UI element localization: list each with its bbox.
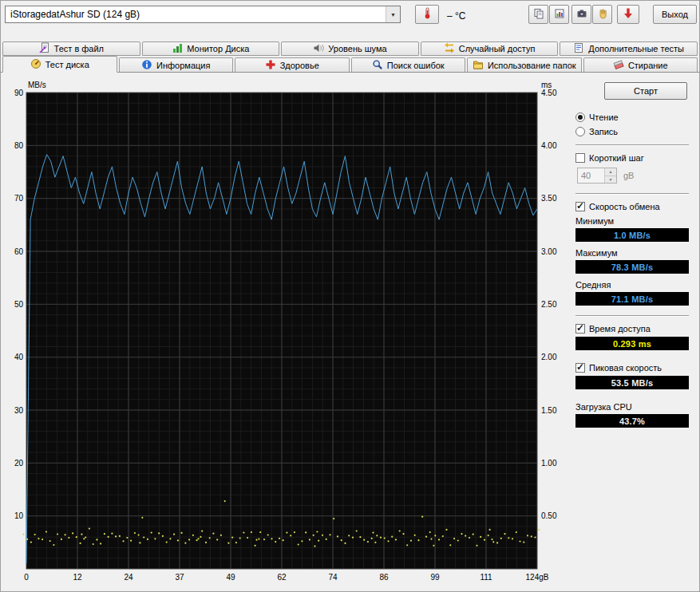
error-scan-icon bbox=[372, 59, 383, 72]
chevron-down-icon[interactable]: ▼ bbox=[386, 6, 400, 22]
options-button[interactable] bbox=[592, 5, 612, 24]
svg-text:49: 49 bbox=[226, 573, 235, 582]
svg-text:3.00: 3.00 bbox=[541, 247, 557, 256]
tab-file-benchmark[interactable]: Тест в файл bbox=[2, 41, 140, 56]
min-value: 1.0 MB/s bbox=[575, 228, 689, 242]
burst-rate-value: 53.5 MB/s bbox=[575, 376, 689, 389]
random-access-icon bbox=[444, 42, 455, 55]
exit-button[interactable]: Выход bbox=[653, 5, 697, 24]
short-stroke-unit: gB bbox=[623, 171, 634, 180]
tab-label: Здоровье bbox=[280, 61, 319, 70]
copy-image-button[interactable] bbox=[549, 5, 569, 24]
info-icon bbox=[141, 59, 152, 72]
tab-erase[interactable]: Стирание bbox=[583, 57, 698, 72]
svg-text:4.50: 4.50 bbox=[541, 89, 557, 97]
copy-text-icon bbox=[533, 8, 544, 22]
separator bbox=[575, 144, 689, 146]
tab-disk-monitor[interactable]: Монитор Диска bbox=[142, 41, 280, 56]
tab-label: Стирание bbox=[628, 61, 668, 70]
max-value: 78.3 MB/s bbox=[575, 260, 689, 274]
read-radio[interactable] bbox=[575, 112, 585, 122]
svg-text:70: 70 bbox=[14, 194, 24, 203]
burst-rate-checkbox[interactable] bbox=[575, 363, 585, 373]
folder-usage-icon bbox=[473, 59, 484, 72]
short-stroke-label: Короткий шаг bbox=[589, 153, 644, 163]
start-button[interactable]: Старт bbox=[604, 82, 687, 100]
benchmark-chart: MB/sms9080706050403020104.504.003.503.00… bbox=[1, 77, 561, 592]
tab-label: Дополнительные тесты bbox=[588, 44, 684, 53]
svg-text:80: 80 bbox=[14, 141, 24, 150]
access-time-label: Время доступа bbox=[589, 324, 651, 333]
svg-text:86: 86 bbox=[379, 573, 389, 582]
tab-label: Информация bbox=[156, 61, 210, 70]
tab-noise-level[interactable]: Уровень шума bbox=[281, 41, 419, 56]
toolbar: iStoragedatAshur SD (124 gB) ▼ – °C bbox=[1, 1, 699, 34]
write-radio-label: Запись bbox=[589, 127, 618, 136]
tab-benchmark[interactable]: Тест диска bbox=[2, 56, 117, 73]
svg-text:0.50: 0.50 bbox=[541, 511, 557, 520]
svg-text:0: 0 bbox=[24, 573, 29, 582]
short-stroke-row[interactable]: Короткий шаг bbox=[575, 152, 689, 164]
burst-rate-row[interactable]: Пиковая скорость bbox=[575, 361, 689, 373]
extra-tests-icon bbox=[573, 42, 584, 55]
svg-text:62: 62 bbox=[277, 573, 287, 582]
short-stroke-checkbox[interactable] bbox=[575, 153, 585, 163]
tab-label: Монитор Диска bbox=[187, 44, 249, 53]
svg-text:24: 24 bbox=[124, 573, 133, 582]
min-label: Минимум bbox=[575, 216, 689, 227]
svg-text:1.50: 1.50 bbox=[541, 406, 557, 415]
tab-error-scan[interactable]: Поиск ошибок bbox=[351, 57, 466, 72]
tab-health[interactable]: Здоровье bbox=[235, 57, 350, 72]
thermometer-icon bbox=[421, 7, 433, 22]
transfer-rate-row[interactable]: Скорость обмена bbox=[575, 200, 689, 212]
read-radio-label: Чтение bbox=[589, 112, 619, 122]
temperature-readout: – °C bbox=[447, 10, 465, 22]
short-stroke-input[interactable]: 40 ▲ ▼ bbox=[577, 168, 617, 184]
svg-text:99: 99 bbox=[430, 573, 440, 582]
tab-info[interactable]: Информация bbox=[119, 57, 234, 72]
tab-label: Поиск ошибок bbox=[387, 61, 445, 70]
temperature-button[interactable] bbox=[415, 5, 439, 24]
transfer-rate-checkbox[interactable] bbox=[575, 202, 585, 211]
health-icon bbox=[265, 59, 276, 72]
tab-label: Тест диска bbox=[45, 60, 89, 69]
noise-level-icon bbox=[313, 42, 324, 55]
tab-extra-tests[interactable]: Дополнительные тесты bbox=[560, 41, 698, 56]
hand-icon bbox=[597, 8, 608, 22]
spin-up-icon[interactable]: ▲ bbox=[605, 168, 616, 176]
svg-text:MB/s: MB/s bbox=[28, 81, 46, 89]
burst-rate-label: Пиковая скорость bbox=[589, 363, 662, 373]
disk-benchmark-icon bbox=[30, 58, 42, 71]
drive-select[interactable]: iStoragedatAshur SD (124 gB) ▼ bbox=[5, 6, 401, 23]
tab-folder-usage[interactable]: Использование папок bbox=[467, 57, 582, 72]
svg-text:30: 30 bbox=[14, 406, 24, 415]
tab-label: Уровень шума bbox=[328, 44, 386, 53]
tab-random-access[interactable]: Случайный доступ bbox=[421, 41, 559, 56]
save-results-button[interactable] bbox=[617, 5, 639, 24]
svg-text:4.00: 4.00 bbox=[541, 141, 557, 150]
copy-text-button[interactable] bbox=[528, 5, 548, 24]
tab-label: Тест в файл bbox=[54, 44, 104, 53]
transfer-rate-label: Скорость обмена bbox=[589, 202, 660, 211]
spin-down-icon[interactable]: ▼ bbox=[605, 176, 616, 184]
access-time-value: 0.293 ms bbox=[575, 337, 689, 350]
svg-text:2.50: 2.50 bbox=[541, 300, 557, 309]
svg-text:74: 74 bbox=[328, 573, 338, 582]
max-label: Максимум bbox=[575, 248, 689, 259]
benchmark-page: MB/sms9080706050403020104.504.003.503.00… bbox=[1, 73, 699, 591]
access-time-row[interactable]: Время доступа bbox=[575, 322, 689, 334]
svg-text:10: 10 bbox=[14, 511, 24, 520]
svg-text:3.50: 3.50 bbox=[541, 194, 557, 203]
screenshot-button[interactable] bbox=[571, 5, 591, 24]
read-radio-row[interactable]: Чтение bbox=[575, 111, 689, 123]
erase-icon bbox=[613, 59, 624, 72]
access-time-checkbox[interactable] bbox=[575, 324, 585, 333]
drive-select-value: iStoragedatAshur SD (124 gB) bbox=[6, 9, 386, 20]
write-radio[interactable] bbox=[575, 127, 585, 136]
write-radio-row[interactable]: Запись bbox=[575, 125, 689, 137]
disk-monitor-icon bbox=[172, 42, 183, 55]
separator bbox=[575, 193, 689, 195]
avg-value: 71.1 MB/s bbox=[575, 292, 689, 306]
svg-text:37: 37 bbox=[175, 573, 184, 582]
tab-label: Использование папок bbox=[488, 61, 576, 70]
